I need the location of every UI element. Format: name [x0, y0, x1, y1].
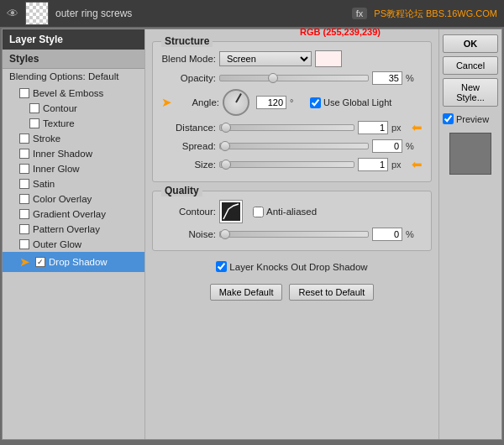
distance-slider[interactable] [219, 124, 354, 131]
preview-label[interactable]: Preview [443, 113, 498, 124]
blend-mode-select[interactable]: Screen [219, 51, 312, 66]
quality-section-title: Quality [161, 185, 202, 196]
stroke-label: Stroke [33, 134, 60, 144]
color-overlay-checkbox[interactable] [19, 194, 29, 204]
noise-unit: % [406, 229, 423, 239]
contour-svg [222, 202, 240, 221]
spread-slider-container [219, 143, 369, 149]
texture-item[interactable]: Texture [3, 116, 144, 131]
distance-input[interactable] [358, 121, 388, 134]
dialog-title: Layer Style [3, 29, 144, 50]
bevel-emboss-checkbox[interactable] [19, 88, 29, 98]
spread-row: Spread: % [161, 139, 423, 153]
size-input[interactable] [358, 158, 388, 171]
bevel-emboss-item[interactable]: Bevel & Emboss [3, 86, 144, 101]
distance-unit: px [391, 123, 408, 133]
contour-label: Contour [43, 103, 77, 113]
size-label: Size: [161, 160, 216, 170]
distance-slider-container [219, 124, 354, 131]
angle-dial[interactable] [223, 89, 249, 116]
blending-options-item[interactable]: Blending Options: Default [3, 69, 144, 84]
inner-shadow-item[interactable]: Inner Shadow [3, 146, 144, 161]
satin-label: Satin [33, 179, 55, 189]
styles-header: Styles [3, 50, 144, 69]
drop-shadow-checkbox[interactable]: ✓ [35, 257, 45, 267]
default-buttons: Make Default Reset to Default [152, 284, 432, 301]
inner-glow-checkbox[interactable] [19, 164, 29, 174]
inner-shadow-checkbox[interactable] [19, 149, 29, 159]
outer-glow-item[interactable]: Outer Glow [3, 237, 144, 252]
noise-label: Noise: [161, 229, 216, 239]
layer-effects-list: Bevel & Emboss Contour Texture Stroke In… [3, 84, 144, 274]
gradient-overlay-item[interactable]: Gradient Overlay [3, 207, 144, 222]
contour-item[interactable]: Contour [3, 101, 144, 116]
antialiased-label[interactable]: Anti-aliased [253, 207, 317, 217]
reset-default-button[interactable]: Reset to Default [289, 284, 374, 301]
color-overlay-item[interactable]: Color Overlay [3, 191, 144, 207]
layer-title: outer ring screws [55, 8, 345, 19]
opacity-unit: % [406, 73, 423, 83]
layer-thumbnail [25, 2, 49, 25]
opacity-row: Opacity: % [161, 71, 423, 85]
new-style-button[interactable]: New Style... [443, 78, 498, 107]
opacity-input[interactable] [372, 71, 402, 85]
knockout-label[interactable]: Layer Knocks Out Drop Shadow [216, 261, 367, 272]
size-slider-container [219, 161, 354, 168]
knockout-checkbox[interactable] [216, 261, 227, 272]
layer-style-dialog: Layer Style Styles Blending Options: Def… [2, 29, 502, 440]
angle-arrow-icon: ➤ [161, 95, 172, 110]
eye-icon[interactable]: 👁 [7, 7, 18, 20]
contour-box[interactable] [219, 200, 243, 223]
size-slider[interactable] [219, 161, 354, 168]
size-unit: px [391, 160, 408, 170]
angle-input[interactable] [256, 96, 286, 109]
use-global-light-label[interactable]: Use Global Light [310, 97, 391, 108]
angle-label: Angle: [177, 97, 219, 107]
noise-input[interactable] [372, 228, 402, 241]
stroke-item[interactable]: Stroke [3, 131, 144, 146]
rgb-annotation: RGB (255,239,239) [300, 27, 381, 37]
make-default-button[interactable]: Make Default [210, 284, 283, 301]
texture-label: Texture [43, 118, 75, 128]
blending-options-label: Blending Options: Default [9, 71, 118, 81]
contour-label: Contour: [161, 207, 216, 217]
contour-row: Contour: Anti-aliased [161, 200, 423, 223]
shadow-color-swatch[interactable] [315, 50, 342, 67]
cancel-button[interactable]: Cancel [443, 56, 498, 75]
inner-shadow-label: Inner Shadow [33, 149, 92, 159]
pattern-overlay-item[interactable]: Pattern Overlay [3, 222, 144, 237]
contour-checkbox[interactable] [29, 103, 39, 113]
noise-row: Noise: % [161, 228, 423, 241]
drop-shadow-item[interactable]: ➤ ✓ Drop Shadow [3, 252, 144, 272]
spread-unit: % [406, 141, 423, 151]
structure-section: Structure RGB (255,239,239) Blend Mode: … [152, 41, 432, 182]
top-bar: 👁 outer ring screws fx PS教程论坛 BBS.16WG.C… [0, 0, 504, 27]
size-arrow-icon: ⬅ [412, 157, 423, 172]
texture-checkbox[interactable] [29, 118, 39, 128]
blend-mode-row: Blend Mode: Screen [161, 50, 423, 67]
pattern-overlay-checkbox[interactable] [19, 224, 29, 234]
opacity-slider[interactable] [219, 75, 369, 81]
ok-button[interactable]: OK [443, 34, 498, 53]
spread-slider[interactable] [219, 143, 369, 149]
use-global-light-checkbox[interactable] [310, 97, 321, 108]
noise-slider[interactable] [219, 231, 369, 238]
gradient-overlay-checkbox[interactable] [19, 209, 29, 219]
satin-item[interactable]: Satin [3, 176, 144, 191]
satin-checkbox[interactable] [19, 179, 29, 189]
bevel-emboss-label: Bevel & Emboss [33, 88, 103, 98]
preview-checkbox[interactable] [443, 113, 454, 124]
outer-glow-label: Outer Glow [33, 239, 81, 249]
spread-input[interactable] [372, 139, 402, 153]
left-panel: Layer Style Styles Blending Options: Def… [3, 29, 145, 439]
stroke-checkbox[interactable] [19, 134, 29, 144]
outer-glow-checkbox[interactable] [19, 239, 29, 249]
angle-row: ➤ Angle: ° Use Global Light [161, 89, 423, 116]
drop-shadow-label: Drop Shadow [49, 257, 108, 267]
inner-glow-item[interactable]: Inner Glow [3, 161, 144, 176]
structure-section-title: Structure [161, 35, 213, 47]
drop-shadow-arrow-icon: ➤ [19, 254, 30, 270]
content-area: Structure RGB (255,239,239) Blend Mode: … [145, 29, 438, 439]
noise-slider-container [219, 231, 369, 238]
antialiased-checkbox[interactable] [253, 207, 264, 217]
